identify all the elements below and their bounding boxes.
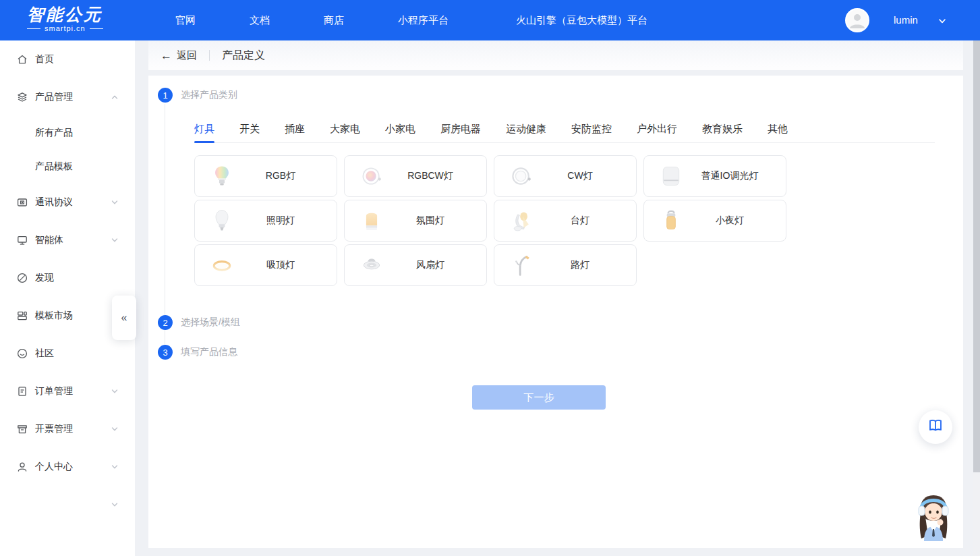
category-tab-9[interactable]: 教育娱乐 bbox=[702, 123, 743, 143]
sidebar-item-7[interactable]: 订单管理 bbox=[0, 372, 135, 410]
product-card[interactable]: 吸顶灯 bbox=[194, 244, 337, 286]
product-definition-panel: 1选择产品类别2选择场景/模组3填写产品信息 灯具开关插座大家电小家电厨房电器运… bbox=[148, 76, 963, 548]
step-1: 1选择产品类别 bbox=[158, 88, 237, 103]
chevron-down-icon bbox=[111, 463, 119, 471]
home-icon bbox=[16, 53, 28, 65]
product-card-label: 普通IO调光灯 bbox=[685, 170, 786, 182]
logo-title: 智能公元 bbox=[27, 5, 103, 23]
sidebar-item-4[interactable]: 发现 bbox=[0, 259, 135, 297]
nav-item[interactable]: 火山引擎（豆包大模型）平台 bbox=[516, 0, 647, 40]
step-3: 3填写产品信息 bbox=[158, 345, 237, 360]
ambient-lamp-icon bbox=[358, 207, 385, 234]
category-tab-10[interactable]: 其他 bbox=[768, 123, 788, 143]
chevron-down-icon bbox=[111, 501, 119, 509]
sidebar-item-8[interactable]: 开票管理 bbox=[0, 410, 135, 448]
io-dimmer-icon bbox=[658, 163, 685, 190]
open-book-icon bbox=[927, 418, 944, 437]
product-card[interactable]: RGB灯 bbox=[194, 155, 337, 197]
fan-lamp-icon bbox=[358, 252, 385, 279]
sidebar-item-6[interactable]: 社区 bbox=[0, 335, 135, 372]
category-tab-3[interactable]: 大家电 bbox=[330, 123, 360, 143]
street-lamp-icon bbox=[508, 252, 535, 279]
nav-item[interactable]: 商店 bbox=[324, 0, 344, 40]
app-logo[interactable]: 智能公元 smartpi.cn bbox=[27, 5, 103, 32]
sidebar-subitem-label: 所有产品 bbox=[35, 127, 73, 139]
chevron-down-icon bbox=[111, 387, 119, 395]
product-card[interactable]: CW灯 bbox=[494, 155, 637, 197]
no-icon bbox=[16, 499, 28, 511]
product-card[interactable]: 氛围灯 bbox=[344, 200, 487, 242]
sidebar-item-9[interactable]: 个人中心 bbox=[0, 448, 135, 486]
sidebar-item-2[interactable]: 通讯协议 bbox=[0, 184, 135, 221]
sidebar-item-1[interactable]: 产品管理 bbox=[0, 78, 135, 116]
scrollbar-thumb[interactable] bbox=[973, 40, 980, 472]
sidebar-item-label: 首页 bbox=[35, 53, 54, 65]
step-label: 填写产品信息 bbox=[181, 346, 237, 358]
sidebar-item-label: 订单管理 bbox=[35, 385, 73, 397]
product-card-label: 小夜灯 bbox=[685, 215, 786, 227]
nav-item[interactable]: 官网 bbox=[175, 0, 196, 40]
nav-item[interactable]: 小程序平台 bbox=[398, 0, 449, 40]
person-glyph bbox=[846, 9, 868, 31]
page-scrollbar bbox=[973, 40, 980, 556]
step-number-badge: 1 bbox=[158, 88, 173, 103]
chevron-down-icon bbox=[111, 236, 119, 244]
logo-subtitle: smartpi.cn bbox=[27, 24, 103, 32]
sidebar-item-0[interactable]: 首页 bbox=[0, 40, 135, 78]
step-connector-line bbox=[165, 104, 165, 345]
docs-fab-button[interactable] bbox=[919, 410, 952, 444]
desk-lamp-icon bbox=[508, 207, 535, 234]
support-agent-avatar[interactable] bbox=[911, 491, 956, 541]
next-step-button[interactable]: 下一步 bbox=[472, 385, 606, 410]
category-tab-6[interactable]: 运动健康 bbox=[506, 123, 546, 143]
protocol-icon bbox=[16, 196, 28, 208]
category-tab-5[interactable]: 厨房电器 bbox=[440, 123, 481, 143]
night-light-icon bbox=[658, 207, 685, 234]
step-number-badge: 2 bbox=[158, 315, 173, 330]
sidebar-item-label: 通讯协议 bbox=[35, 196, 73, 208]
product-card[interactable]: 普通IO调光灯 bbox=[643, 155, 786, 197]
username[interactable]: lumin bbox=[894, 0, 918, 40]
back-button[interactable]: ← 返回 bbox=[161, 49, 197, 62]
category-tab-0[interactable]: 灯具 bbox=[194, 123, 214, 143]
product-card[interactable]: RGBCW灯 bbox=[344, 155, 487, 197]
product-card[interactable]: 路灯 bbox=[494, 244, 637, 286]
template-icon bbox=[16, 310, 28, 322]
sidebar-collapse-handle[interactable]: « bbox=[112, 296, 136, 340]
product-card[interactable]: 台灯 bbox=[494, 200, 637, 242]
sidebar-subitem-label: 产品模板 bbox=[35, 161, 73, 173]
sidebar-item-3[interactable]: 智能体 bbox=[0, 221, 135, 259]
product-card-label: CW灯 bbox=[535, 170, 636, 182]
product-card[interactable]: 照明灯 bbox=[194, 200, 337, 242]
category-tab-4[interactable]: 小家电 bbox=[385, 123, 415, 143]
product-card-label: 路灯 bbox=[535, 259, 636, 271]
order-icon bbox=[16, 385, 28, 397]
sidebar-subitem[interactable]: 所有产品 bbox=[0, 116, 135, 150]
chevron-down-icon bbox=[111, 425, 119, 433]
product-card[interactable]: 小夜灯 bbox=[643, 200, 786, 242]
product-card[interactable]: 风扇灯 bbox=[344, 244, 487, 286]
sidebar-subitem[interactable]: 产品模板 bbox=[0, 150, 135, 184]
page-title: 产品定义 bbox=[222, 49, 265, 63]
nav-item[interactable]: 文档 bbox=[250, 0, 270, 40]
category-tab-7[interactable]: 安防监控 bbox=[571, 123, 612, 143]
sidebar-item-label: 模板市场 bbox=[35, 310, 73, 322]
chevron-up-icon bbox=[111, 93, 119, 101]
back-arrow-icon: ← bbox=[161, 50, 172, 61]
community-icon bbox=[16, 348, 28, 360]
category-tab-8[interactable]: 户外出行 bbox=[637, 123, 677, 143]
category-tab-1[interactable]: 开关 bbox=[239, 123, 260, 143]
category-tab-2[interactable]: 插座 bbox=[285, 123, 305, 143]
sidebar-scroll-indicator[interactable] bbox=[0, 486, 135, 524]
step-number-badge: 3 bbox=[158, 345, 173, 360]
user-avatar-icon[interactable] bbox=[845, 8, 869, 32]
product-card-label: 台灯 bbox=[535, 215, 636, 227]
sidebar-item-label: 产品管理 bbox=[35, 91, 73, 103]
step-label: 选择场景/模组 bbox=[181, 316, 240, 329]
product-card-label: 照明灯 bbox=[235, 215, 337, 227]
product-card-label: 风扇灯 bbox=[385, 259, 486, 271]
sidebar-item-label: 社区 bbox=[35, 348, 54, 360]
rgbcw-downlight-icon bbox=[358, 163, 385, 190]
chevron-down-icon[interactable] bbox=[938, 16, 947, 28]
product-card-label: 吸顶灯 bbox=[235, 259, 337, 271]
